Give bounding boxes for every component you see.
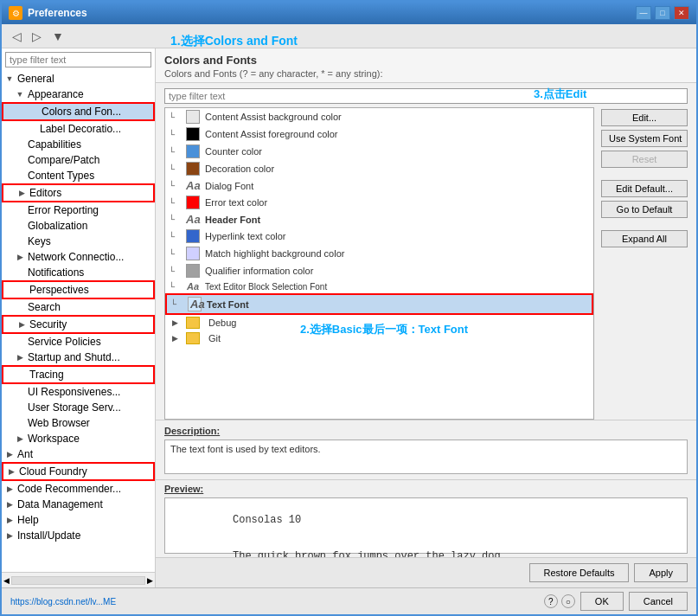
maximize-button[interactable]: □ [655, 6, 670, 20]
sidebar-item-keys[interactable]: Keys [2, 234, 155, 249]
colors-list-scroll[interactable]: └ Content Assist background color └ Cont… [164, 107, 594, 420]
list-item[interactable]: └ Aa Header Font [165, 211, 593, 228]
apply-button[interactable]: Apply [634, 563, 688, 582]
folder-label-git: Git [208, 333, 221, 343]
color-swatch [186, 196, 200, 209]
list-item[interactable]: └ Decoration color [165, 160, 593, 177]
sidebar-item-network[interactable]: ▶ Network Connectio... [2, 249, 155, 265]
expand-arrow-appearance: ▼ [14, 90, 26, 99]
color-swatch [186, 110, 200, 124]
color-swatch [186, 162, 200, 176]
sidebar-item-web-browser[interactable]: Web Browser [2, 415, 155, 431]
sidebar-item-startup[interactable]: ▶ Startup and Shutd... [2, 350, 155, 365]
go-to-default-button[interactable]: Go to Default [601, 201, 688, 218]
sidebar-item-help[interactable]: ▶ Help [2, 512, 155, 528]
sidebar-item-install-update[interactable]: ▶ Install/Update [2, 528, 155, 543]
forward-button[interactable]: ▷ [29, 28, 45, 45]
sidebar-item-workspace[interactable]: ▶ Workspace [2, 431, 155, 446]
font-indicator: Aa [186, 213, 200, 226]
color-name: Qualifier information color [205, 266, 313, 276]
sidebar-item-appearance[interactable]: ▼ Appearance [2, 87, 155, 102]
status-icons: ? ○ [544, 594, 575, 608]
edit-button[interactable]: Edit... [601, 109, 688, 126]
color-name: Match highlight background color [205, 248, 344, 259]
color-swatch [186, 264, 200, 278]
main-panel: Colors and Fonts Colors and Fonts (? = a… [156, 48, 696, 587]
sidebar-item-colors-and-fonts[interactable]: Colors and Fon... [2, 102, 155, 121]
sidebar-item-notifications[interactable]: Notifications [2, 265, 155, 280]
sidebar-item-label-decorations[interactable]: Label Decoratio... [2, 121, 155, 137]
sidebar-item-editors[interactable]: ▶ Editors [2, 183, 155, 202]
cancel-button[interactable]: Cancel [629, 592, 688, 611]
sidebar-item-compare-patch[interactable]: Compare/Patch [2, 152, 155, 168]
sidebar-item-data-management[interactable]: ▶ Data Management [2, 497, 155, 512]
sidebar-item-tracing[interactable]: Tracing [2, 365, 155, 384]
sidebar-item-ant[interactable]: ▶ Ant [2, 446, 155, 462]
font-indicator: Aa [188, 297, 202, 311]
sidebar-item-general[interactable]: ▼ General [2, 71, 155, 87]
bottom-bar: Restore Defaults Apply [156, 557, 696, 587]
list-item[interactable]: └ Hyperlink text color [165, 228, 593, 245]
list-item[interactable]: └ Content Assist foreground color [165, 125, 593, 143]
expand-all-button[interactable]: Expand All [601, 230, 688, 247]
color-swatch [186, 144, 200, 158]
action-buttons: Edit... Use System Font Reset Edit Defau… [601, 107, 688, 420]
color-name: Counter color [205, 146, 262, 157]
list-item[interactable]: └ Content Assist background color [165, 108, 593, 125]
ok-button[interactable]: OK [580, 592, 624, 611]
minimize-button[interactable]: — [636, 6, 651, 20]
list-item[interactable]: └ Error text color [165, 194, 593, 211]
sidebar-item-ui-responsiveness[interactable]: UI Responsivenes... [2, 384, 155, 400]
list-item[interactable]: └ Counter color [165, 143, 593, 160]
list-item[interactable]: └ Qualifier information color [165, 262, 593, 279]
sidebar-item-perspectives[interactable]: Perspectives [2, 280, 155, 299]
preview-label: Preview: [164, 484, 688, 494]
sidebar-label-general: General [17, 73, 54, 85]
font-indicator: Aa [186, 281, 200, 292]
help-icon[interactable]: ? [544, 594, 558, 608]
list-item[interactable]: └ Aa Dialog Font [165, 177, 593, 194]
list-item-text-font[interactable]: └ Aa Text Font [165, 293, 593, 315]
settings-icon[interactable]: ○ [561, 594, 575, 608]
title-bar: ⚙ Preferences — □ ✕ [2, 2, 696, 24]
list-item-git[interactable]: ▶ Git [165, 330, 593, 346]
sidebar-item-capabilities[interactable]: Capabilities [2, 137, 155, 152]
restore-defaults-button[interactable]: Restore Defaults [529, 563, 630, 582]
sidebar-item-globalization[interactable]: Globalization [2, 218, 155, 234]
window-controls: — □ ✕ [636, 6, 689, 20]
sidebar-filter-input[interactable] [5, 52, 151, 67]
list-item[interactable]: └ Match highlight background color [165, 245, 593, 262]
color-name: Dialog Font [205, 181, 253, 191]
color-name: Hyperlink text color [205, 231, 286, 241]
list-item-debug[interactable]: ▶ Debug [165, 315, 593, 330]
sidebar-item-error-reporting[interactable]: Error Reporting [2, 202, 155, 218]
folder-icon-git [186, 332, 200, 344]
sidebar-item-search[interactable]: Search [2, 299, 155, 315]
list-item[interactable]: └ Aa Text Editor Block Selection Font [165, 279, 593, 293]
sidebar-item-code-recommenders[interactable]: ▶ Code Recommender... [2, 481, 155, 497]
folder-label-debug: Debug [208, 318, 236, 328]
panel-header: Colors and Fonts Colors and Fonts (? = a… [156, 48, 696, 83]
preview-area: Preview: Consolas 10 The quick brown fox… [156, 479, 696, 557]
panel-filter-input[interactable] [164, 88, 688, 104]
preview-line1: Consolas 10 [233, 514, 301, 526]
reset-button[interactable]: Reset [601, 151, 688, 168]
sidebar-item-content-types[interactable]: Content Types [2, 168, 155, 183]
color-swatch [186, 247, 200, 260]
close-button[interactable]: ✕ [674, 6, 689, 20]
sidebar-item-user-storage[interactable]: User Storage Serv... [2, 400, 155, 415]
sidebar-item-security[interactable]: ▶ Security [2, 315, 155, 334]
use-system-font-button[interactable]: Use System Font [601, 130, 688, 147]
dropdown-button[interactable]: ▼ [48, 28, 67, 45]
sidebar-item-cloud-foundry[interactable]: ▶ Cloud Foundry [2, 462, 155, 481]
color-swatch [186, 127, 200, 141]
back-button[interactable]: ◁ [9, 28, 25, 45]
color-swatch [186, 229, 200, 243]
preview-box: Consolas 10 The quick brown fox jumps ov… [164, 497, 688, 554]
edit-default-button[interactable]: Edit Default... [601, 180, 688, 197]
color-name: Content Assist background color [205, 112, 342, 122]
toolbar: ◁ ▷ ▼ [2, 24, 696, 48]
font-indicator: Aa [186, 179, 200, 192]
sidebar-horizontal-scrollbar[interactable]: ◀ ▶ [2, 572, 155, 587]
sidebar-item-service-policies[interactable]: Service Policies [2, 334, 155, 350]
